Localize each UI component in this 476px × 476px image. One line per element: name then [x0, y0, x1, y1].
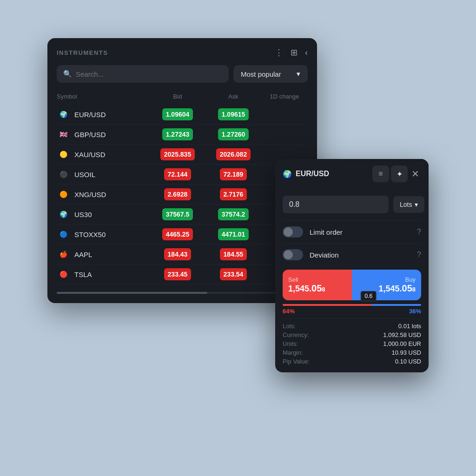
- sparkle-button[interactable]: ✦: [391, 165, 408, 182]
- table-header: Symbol Bid Ask 1D change: [57, 90, 308, 103]
- lot-row: Lots ▾ + −: [275, 189, 429, 220]
- buy-label: Buy: [357, 276, 416, 283]
- info-grid: Lots: 0.01 lots Currency: 1,092.58 USD U…: [275, 319, 429, 372]
- ask-price: 4471.01: [218, 228, 249, 240]
- scrollbar-thumb: [57, 292, 207, 294]
- bid-price: 1.09604: [162, 108, 193, 120]
- symbol-name: AAPL: [74, 251, 92, 258]
- slider-container: 0.6 64% 36%: [275, 304, 429, 318]
- ask-price: 233.54: [220, 268, 247, 280]
- ask-price: 184.55: [220, 248, 247, 260]
- trade-header: 🌍 EUR/USD ≡ ✦ ✕: [275, 159, 429, 189]
- deviation-row: Deviation ?: [275, 244, 429, 266]
- symbol-flag: 🟠: [57, 188, 70, 201]
- lot-input[interactable]: [283, 196, 389, 213]
- ask-price: 2026.082: [216, 148, 251, 160]
- limit-order-toggle[interactable]: [283, 226, 303, 238]
- instrument-rows: 🌍 EUR/USD 1.09604 1.09615 🇬🇧 GBP/USD 1.2…: [57, 105, 308, 284]
- buy-price-main: 1,545.: [378, 284, 402, 294]
- table-row[interactable]: 🔴 TSLA 233.45 233.54: [57, 264, 308, 284]
- buy-price-decimal: 05: [402, 283, 412, 294]
- currency-value: 1,092.58 USD: [356, 331, 421, 338]
- panel-title: INSTRUMENTS: [57, 49, 108, 56]
- col-change: 1D change: [261, 93, 308, 100]
- filter-settings-button[interactable]: ≡: [372, 165, 389, 182]
- collapse-icon[interactable]: ‹: [305, 48, 308, 58]
- bid-price: 1.27243: [162, 128, 193, 140]
- trade-flag-icon: 🌍: [283, 170, 292, 178]
- filter-dropdown[interactable]: Most popular ▾: [233, 65, 308, 83]
- search-box: 🔍: [57, 65, 229, 83]
- symbol-cell: 🌍 EUR/USD: [57, 108, 150, 121]
- table-row[interactable]: 🌍 EUR/USD 1.09604 1.09615: [57, 105, 308, 125]
- lots-label: Lots:: [283, 323, 337, 330]
- trade-symbol: 🌍 EUR/USD: [283, 170, 329, 178]
- slider-tooltip: 0.6: [360, 291, 377, 301]
- symbol-name: GBP/USD: [74, 131, 106, 139]
- limit-order-row: Limit order ?: [275, 221, 429, 243]
- symbol-name: USOIL: [74, 171, 95, 178]
- symbol-flag: 🔵: [57, 228, 70, 241]
- symbol-name: STOXX50: [74, 231, 106, 238]
- sell-price: 1,545.058: [288, 283, 346, 294]
- sell-button[interactable]: Sell 1,545.058: [283, 270, 352, 300]
- symbol-flag: 🇬🇧: [57, 128, 70, 141]
- ask-price: 2.7176: [220, 188, 247, 200]
- symbol-cell: 🌍 US30: [57, 208, 150, 221]
- deviation-toggle[interactable]: [283, 249, 303, 260]
- margin-label: Margin:: [283, 349, 337, 356]
- bid-price: 37567.5: [162, 208, 193, 220]
- table-row[interactable]: 🌍 US30 37567.5 37574.2: [57, 205, 308, 225]
- symbol-cell: ⚫ USOIL: [57, 168, 150, 181]
- trade-panel: 🌍 EUR/USD ≡ ✦ ✕ Lots ▾ + − Limit order: [275, 159, 429, 372]
- col-ask: Ask: [205, 93, 261, 100]
- table-row[interactable]: 🟡 XAU/USD 2025.835 2026.082: [57, 145, 308, 165]
- sell-price-decimal: 05: [311, 283, 322, 294]
- limit-order-help-icon[interactable]: ?: [417, 228, 421, 236]
- sell-price-main: 1,545.: [288, 284, 311, 294]
- symbol-flag: 🔴: [57, 268, 70, 281]
- symbol-flag: 🟡: [57, 148, 70, 161]
- lot-unit-label: Lots: [400, 201, 412, 208]
- table-row[interactable]: 🟠 XNG/USD 2.6928 2.7176: [57, 185, 308, 205]
- buy-sell-row: Sell 1,545.058 Buy 1,545.058: [283, 270, 421, 300]
- search-icon: 🔍: [63, 70, 72, 78]
- sell-label: Sell: [288, 276, 346, 283]
- deviation-help-icon[interactable]: ?: [417, 251, 421, 259]
- pip-value: 0.10 USD: [356, 358, 421, 365]
- units-value: 1,000.00 EUR: [356, 340, 421, 347]
- symbol-flag: 🍎: [57, 248, 70, 261]
- slider-track: 0.6: [283, 304, 421, 306]
- table-row[interactable]: 🔵 STOXX50 4465.25 4471.01: [57, 225, 308, 245]
- bid-price: 233.45: [164, 268, 192, 280]
- more-options-icon[interactable]: ⋮: [275, 47, 283, 58]
- lot-unit-selector[interactable]: Lots ▾: [393, 196, 424, 213]
- bid-price: 4465.25: [162, 228, 193, 240]
- search-filter-row: 🔍 Most popular ▾: [57, 65, 308, 83]
- symbol-cell: 🟠 XNG/USD: [57, 188, 150, 201]
- col-symbol: Symbol: [57, 93, 150, 100]
- bid-price: 2025.835: [160, 148, 195, 160]
- symbol-cell: 🍎 AAPL: [57, 248, 150, 261]
- grid-icon[interactable]: ⊞: [291, 47, 298, 58]
- buy-price-sup: 8: [412, 286, 416, 293]
- units-label: Units:: [283, 340, 337, 347]
- ask-price: 1.09615: [218, 108, 249, 120]
- margin-value: 10.93 USD: [356, 349, 421, 356]
- symbol-name: US30: [74, 211, 92, 218]
- bid-price: 2.6928: [164, 188, 192, 200]
- symbol-cell: 🇬🇧 GBP/USD: [57, 128, 150, 141]
- pip-label: Pip Value:: [283, 358, 337, 365]
- symbol-cell: 🔵 STOXX50: [57, 228, 150, 241]
- search-input[interactable]: [76, 70, 222, 78]
- symbol-name: TSLA: [74, 271, 92, 278]
- close-button[interactable]: ✕: [410, 166, 421, 181]
- table-row[interactable]: 🍎 AAPL 184.43 184.55: [57, 245, 308, 264]
- limit-order-label: Limit order: [310, 228, 410, 236]
- buy-pct: 36%: [409, 308, 421, 315]
- col-bid: Bid: [150, 93, 205, 100]
- panel-header: INSTRUMENTS ⋮ ⊞ ‹: [57, 47, 308, 58]
- symbol-name: XNG/USD: [74, 191, 106, 198]
- table-row[interactable]: 🇬🇧 GBP/USD 1.27243 1.27260: [57, 125, 308, 145]
- table-row[interactable]: ⚫ USOIL 72.144 72.189: [57, 165, 308, 185]
